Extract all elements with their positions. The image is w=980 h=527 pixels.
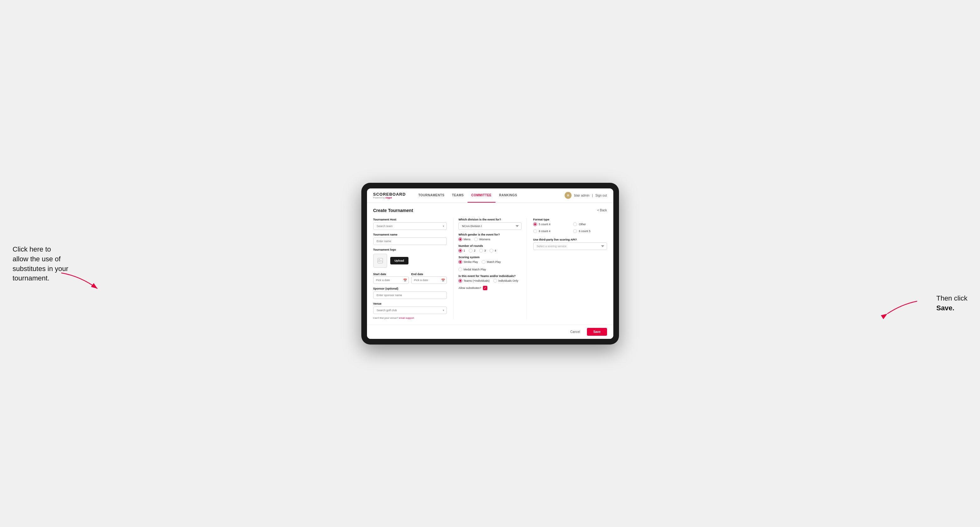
format-6count5[interactable]: 6 count 5 — [573, 229, 607, 233]
format-other-label: Other — [579, 223, 586, 226]
tournament-name-input[interactable] — [373, 237, 447, 245]
logo-powered: Powered by clippd — [373, 197, 406, 199]
rounds-4-radio[interactable] — [490, 249, 493, 252]
event-individuals[interactable]: Individuals Only — [493, 279, 519, 283]
event-teams-label: Teams (+Individuals) — [463, 279, 490, 283]
end-date-calendar-icon: 📅 — [441, 278, 445, 282]
end-date-label: End date — [411, 273, 423, 276]
form-grid: Tournament Host ▾ Tournament name Tourna — [373, 218, 607, 319]
nav-rankings[interactable]: RANKINGS — [495, 189, 521, 203]
format-5count4[interactable]: 5 count 4 — [533, 222, 567, 226]
cancel-button[interactable]: Cancel — [566, 328, 584, 335]
rounds-group: Number of rounds 1 2 — [458, 244, 522, 252]
scoring-match[interactable]: Match Play — [482, 260, 501, 264]
rounds-4[interactable]: 4 — [490, 249, 496, 252]
middle-column: Which division is the event for? NCAA Di… — [453, 218, 527, 319]
end-date-group: End date 📅 — [411, 271, 447, 284]
page-wrapper: Click here to allow the use of substitut… — [13, 183, 967, 344]
format-options-grid: 5 count 4 Other 6 count 4 — [533, 222, 607, 235]
sign-out-link[interactable]: Sign out — [595, 194, 607, 197]
page-header: Create Tournament < Back — [373, 208, 607, 213]
venue-dropdown-icon: ▾ — [443, 309, 444, 312]
tournament-name-group: Tournament name — [373, 233, 447, 245]
format-5count4-radio[interactable] — [533, 222, 537, 226]
scoring-api-select[interactable]: Select a scoring service — [533, 243, 607, 250]
format-6count5-radio[interactable] — [573, 229, 577, 233]
rounds-2[interactable]: 2 — [469, 249, 476, 252]
event-teams-radio[interactable] — [458, 279, 462, 283]
format-other-radio[interactable] — [573, 222, 577, 226]
scoring-stroke[interactable]: Stroke Play — [458, 260, 478, 264]
substitutes-checkbox[interactable] — [483, 286, 487, 290]
gender-mens-radio[interactable] — [458, 237, 462, 241]
gender-label: Which gender is the event for? — [458, 233, 522, 236]
page-title: Create Tournament — [373, 208, 413, 213]
rounds-radio-group: 1 2 3 — [458, 249, 522, 252]
format-5count4-label: 5 count 4 — [539, 223, 550, 226]
tournament-host-group: Tournament Host ▾ — [373, 218, 447, 230]
gender-mens[interactable]: Mens — [458, 237, 470, 241]
nav-teams[interactable]: TEAMS — [449, 189, 468, 203]
tournament-name-label: Tournament name — [373, 233, 447, 236]
scoring-api-group: Use third-party live scoring API? Select… — [533, 238, 607, 250]
upload-button[interactable]: Upload — [390, 257, 409, 264]
event-teams[interactable]: Teams (+Individuals) — [458, 279, 490, 283]
scoring-api-label: Use third-party live scoring API? — [533, 238, 607, 241]
logo-scoreboard: SCOREBOARD — [373, 192, 406, 197]
rounds-1-radio[interactable] — [458, 249, 462, 252]
scoring-stroke-label: Stroke Play — [463, 260, 478, 264]
scoring-medal[interactable]: Medal Match Play — [458, 268, 486, 271]
gender-womens-radio[interactable] — [474, 237, 478, 241]
user-avatar: B — [565, 192, 571, 199]
sponsor-label: Sponsor (optional) — [373, 287, 447, 290]
division-group: Which division is the event for? NCAA Di… — [458, 218, 522, 230]
tournament-logo-group: Tournament logo Upload — [373, 248, 447, 268]
tournament-logo-label: Tournament logo — [373, 248, 447, 251]
format-6count4[interactable]: 6 count 4 — [533, 229, 567, 233]
start-date-label: Start date — [373, 273, 387, 276]
gender-womens[interactable]: Womens — [474, 237, 490, 241]
scoring-match-radio[interactable] — [482, 260, 485, 264]
venue-input[interactable] — [373, 306, 447, 314]
rounds-3[interactable]: 3 — [479, 249, 486, 252]
format-6count4-radio[interactable] — [533, 229, 537, 233]
dates-group: Start date 📅 End date — [373, 271, 447, 284]
save-button[interactable]: Save — [587, 328, 607, 336]
format-other[interactable]: Other — [573, 222, 607, 226]
page-content: Create Tournament < Back Tournament Host… — [367, 203, 613, 324]
scoring-label: Scoring system — [458, 256, 522, 259]
back-link[interactable]: < Back — [597, 208, 607, 212]
end-date-wrap: 📅 — [411, 276, 447, 284]
annotation-left: Click here to allow the use of substitut… — [13, 244, 68, 283]
rounds-1-label: 1 — [463, 249, 465, 252]
rounds-1[interactable]: 1 — [458, 249, 465, 252]
rounds-3-radio[interactable] — [479, 249, 483, 252]
rounds-2-label: 2 — [474, 249, 476, 252]
format-6count5-label: 6 count 5 — [579, 230, 590, 233]
venue-label: Venue — [373, 302, 447, 305]
division-select[interactable]: NCAA Division I — [458, 222, 522, 230]
venue-help: Can't find your venue? email support — [373, 317, 447, 319]
nav-divider: | — [592, 194, 593, 197]
rounds-2-radio[interactable] — [469, 249, 473, 252]
format-6count4-label: 6 count 4 — [539, 230, 550, 233]
host-dropdown-icon: ▾ — [443, 225, 444, 228]
scoring-medal-radio[interactable] — [458, 268, 462, 271]
start-date-calendar-icon: 📅 — [403, 278, 407, 282]
format-type-group: Format type 5 count 4 Other — [533, 218, 607, 235]
nav-committee[interactable]: COMMITTEE — [468, 189, 495, 203]
scoring-group: Scoring system Stroke Play Match Play — [458, 256, 522, 271]
event-type-radio-group: Teams (+Individuals) Individuals Only — [458, 279, 522, 283]
logo-preview — [373, 254, 387, 268]
event-individuals-radio[interactable] — [493, 279, 497, 283]
scoring-stroke-radio[interactable] — [458, 260, 462, 264]
substitutes-group: Allow substitutes? — [458, 286, 522, 290]
tournament-host-input[interactable] — [373, 222, 447, 230]
nav-bar: SCOREBOARD Powered by clippd TOURNAMENTS… — [367, 189, 613, 203]
nav-tournaments[interactable]: TOURNAMENTS — [414, 189, 448, 203]
event-type-group: Is this event for Teams and/or Individua… — [458, 275, 522, 283]
venue-email-link[interactable]: email support — [399, 317, 414, 319]
gender-womens-label: Womens — [479, 238, 490, 241]
sponsor-input[interactable] — [373, 292, 447, 299]
annotation-right: Then click Save. — [936, 294, 967, 313]
